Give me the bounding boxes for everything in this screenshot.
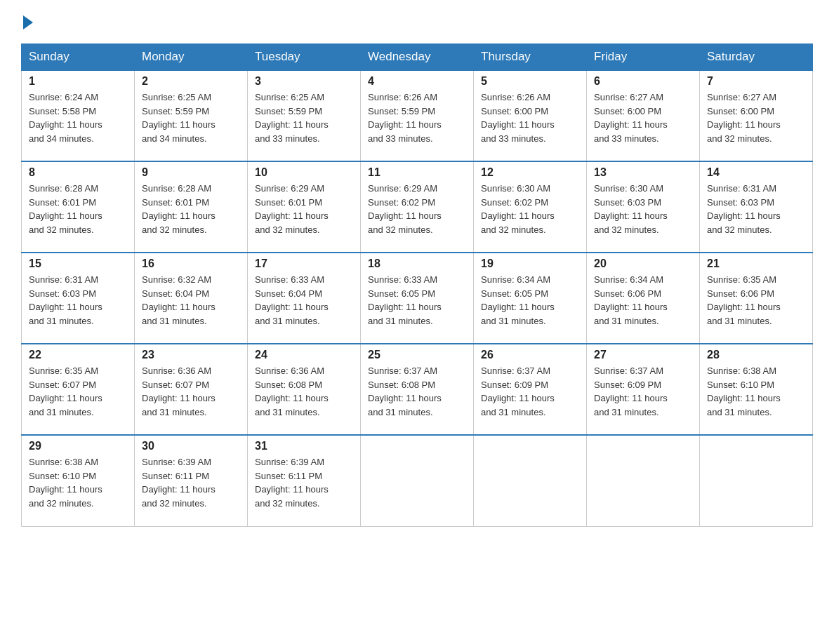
day-number: 30 [142, 440, 240, 452]
week-row-2: 8 Sunrise: 6:28 AM Sunset: 6:01 PM Dayli… [22, 161, 813, 253]
calendar-cell: 5 Sunrise: 6:26 AM Sunset: 6:00 PM Dayli… [474, 70, 587, 161]
calendar-cell: 19 Sunrise: 6:34 AM Sunset: 6:05 PM Dayl… [474, 253, 587, 344]
day-info: Sunrise: 6:35 AM Sunset: 6:07 PM Dayligh… [29, 364, 127, 419]
calendar-cell: 30 Sunrise: 6:39 AM Sunset: 6:11 PM Dayl… [135, 435, 248, 526]
day-info: Sunrise: 6:25 AM Sunset: 5:59 PM Dayligh… [142, 90, 240, 145]
day-info: Sunrise: 6:39 AM Sunset: 6:11 PM Dayligh… [255, 455, 353, 510]
day-number: 20 [594, 257, 692, 270]
day-info: Sunrise: 6:31 AM Sunset: 6:03 PM Dayligh… [707, 182, 805, 236]
calendar-cell: 3 Sunrise: 6:25 AM Sunset: 5:59 PM Dayli… [248, 70, 361, 161]
day-info: Sunrise: 6:32 AM Sunset: 6:04 PM Dayligh… [142, 273, 240, 328]
calendar-cell: 4 Sunrise: 6:26 AM Sunset: 5:59 PM Dayli… [361, 70, 474, 161]
day-number: 22 [29, 349, 127, 361]
calendar-cell: 14 Sunrise: 6:31 AM Sunset: 6:03 PM Dayl… [700, 161, 813, 253]
calendar-cell: 7 Sunrise: 6:27 AM Sunset: 6:00 PM Dayli… [700, 70, 813, 161]
day-number: 8 [29, 166, 127, 179]
week-row-5: 29 Sunrise: 6:38 AM Sunset: 6:10 PM Dayl… [22, 435, 813, 526]
calendar-cell: 17 Sunrise: 6:33 AM Sunset: 6:04 PM Dayl… [248, 253, 361, 344]
calendar-cell: 24 Sunrise: 6:36 AM Sunset: 6:08 PM Dayl… [248, 344, 361, 435]
header-saturday: Saturday [700, 44, 813, 71]
day-number: 14 [707, 166, 805, 179]
day-number: 27 [594, 349, 692, 361]
calendar-table: SundayMondayTuesdayWednesdayThursdayFrid… [21, 43, 813, 527]
week-row-1: 1 Sunrise: 6:24 AM Sunset: 5:58 PM Dayli… [22, 70, 813, 161]
day-info: Sunrise: 6:27 AM Sunset: 6:00 PM Dayligh… [594, 90, 692, 145]
calendar-cell [474, 435, 587, 526]
day-info: Sunrise: 6:30 AM Sunset: 6:03 PM Dayligh… [594, 182, 692, 236]
day-number: 4 [368, 75, 466, 88]
day-number: 11 [368, 166, 466, 179]
header-sunday: Sunday [22, 44, 135, 71]
day-info: Sunrise: 6:36 AM Sunset: 6:07 PM Dayligh… [142, 364, 240, 419]
page-header [21, 14, 813, 31]
calendar-cell: 22 Sunrise: 6:35 AM Sunset: 6:07 PM Dayl… [22, 344, 135, 435]
day-info: Sunrise: 6:37 AM Sunset: 6:09 PM Dayligh… [481, 364, 579, 419]
day-number: 24 [255, 349, 353, 361]
calendar-cell: 6 Sunrise: 6:27 AM Sunset: 6:00 PM Dayli… [587, 70, 700, 161]
day-number: 19 [481, 257, 579, 270]
day-info: Sunrise: 6:34 AM Sunset: 6:06 PM Dayligh… [594, 273, 692, 328]
day-number: 16 [142, 257, 240, 270]
day-number: 15 [29, 257, 127, 270]
calendar-cell: 23 Sunrise: 6:36 AM Sunset: 6:07 PM Dayl… [135, 344, 248, 435]
day-number: 3 [255, 75, 353, 88]
header-monday: Monday [135, 44, 248, 71]
header-friday: Friday [587, 44, 700, 71]
day-info: Sunrise: 6:29 AM Sunset: 6:02 PM Dayligh… [368, 182, 466, 236]
day-number: 10 [255, 166, 353, 179]
header-row: SundayMondayTuesdayWednesdayThursdayFrid… [22, 44, 813, 71]
day-info: Sunrise: 6:27 AM Sunset: 6:00 PM Dayligh… [707, 90, 805, 145]
day-number: 7 [707, 75, 805, 88]
calendar-cell: 12 Sunrise: 6:30 AM Sunset: 6:02 PM Dayl… [474, 161, 587, 253]
day-info: Sunrise: 6:39 AM Sunset: 6:11 PM Dayligh… [142, 455, 240, 510]
calendar-cell: 25 Sunrise: 6:37 AM Sunset: 6:08 PM Dayl… [361, 344, 474, 435]
calendar-cell: 15 Sunrise: 6:31 AM Sunset: 6:03 PM Dayl… [22, 253, 135, 344]
calendar-cell [587, 435, 700, 526]
day-number: 23 [142, 349, 240, 361]
calendar-cell: 9 Sunrise: 6:28 AM Sunset: 6:01 PM Dayli… [135, 161, 248, 253]
calendar-cell: 2 Sunrise: 6:25 AM Sunset: 5:59 PM Dayli… [135, 70, 248, 161]
day-info: Sunrise: 6:26 AM Sunset: 5:59 PM Dayligh… [368, 90, 466, 145]
day-info: Sunrise: 6:38 AM Sunset: 6:10 PM Dayligh… [707, 364, 805, 419]
day-number: 9 [142, 166, 240, 179]
day-number: 26 [481, 349, 579, 361]
calendar-cell: 8 Sunrise: 6:28 AM Sunset: 6:01 PM Dayli… [22, 161, 135, 253]
day-number: 17 [255, 257, 353, 270]
calendar-cell: 27 Sunrise: 6:37 AM Sunset: 6:09 PM Dayl… [587, 344, 700, 435]
day-info: Sunrise: 6:33 AM Sunset: 6:04 PM Dayligh… [255, 273, 353, 328]
day-info: Sunrise: 6:24 AM Sunset: 5:58 PM Dayligh… [29, 90, 127, 145]
day-info: Sunrise: 6:33 AM Sunset: 6:05 PM Dayligh… [368, 273, 466, 328]
week-row-4: 22 Sunrise: 6:35 AM Sunset: 6:07 PM Dayl… [22, 344, 813, 435]
calendar-cell: 26 Sunrise: 6:37 AM Sunset: 6:09 PM Dayl… [474, 344, 587, 435]
day-number: 28 [707, 349, 805, 361]
header-thursday: Thursday [474, 44, 587, 71]
day-number: 12 [481, 166, 579, 179]
calendar-cell: 13 Sunrise: 6:30 AM Sunset: 6:03 PM Dayl… [587, 161, 700, 253]
day-number: 31 [255, 440, 353, 452]
day-number: 1 [29, 75, 127, 88]
calendar-cell: 20 Sunrise: 6:34 AM Sunset: 6:06 PM Dayl… [587, 253, 700, 344]
day-info: Sunrise: 6:28 AM Sunset: 6:01 PM Dayligh… [29, 182, 127, 236]
day-info: Sunrise: 6:29 AM Sunset: 6:01 PM Dayligh… [255, 182, 353, 236]
day-info: Sunrise: 6:34 AM Sunset: 6:05 PM Dayligh… [481, 273, 579, 328]
week-row-3: 15 Sunrise: 6:31 AM Sunset: 6:03 PM Dayl… [22, 253, 813, 344]
day-number: 13 [594, 166, 692, 179]
calendar-cell: 16 Sunrise: 6:32 AM Sunset: 6:04 PM Dayl… [135, 253, 248, 344]
day-info: Sunrise: 6:30 AM Sunset: 6:02 PM Dayligh… [481, 182, 579, 236]
calendar-cell: 31 Sunrise: 6:39 AM Sunset: 6:11 PM Dayl… [248, 435, 361, 526]
day-number: 25 [368, 349, 466, 361]
calendar-body: 1 Sunrise: 6:24 AM Sunset: 5:58 PM Dayli… [22, 70, 813, 526]
day-info: Sunrise: 6:25 AM Sunset: 5:59 PM Dayligh… [255, 90, 353, 145]
day-number: 2 [142, 75, 240, 88]
calendar-cell [700, 435, 813, 526]
calendar-cell [361, 435, 474, 526]
day-number: 21 [707, 257, 805, 270]
calendar-cell: 10 Sunrise: 6:29 AM Sunset: 6:01 PM Dayl… [248, 161, 361, 253]
day-info: Sunrise: 6:36 AM Sunset: 6:08 PM Dayligh… [255, 364, 353, 419]
day-info: Sunrise: 6:35 AM Sunset: 6:06 PM Dayligh… [707, 273, 805, 328]
calendar-cell: 29 Sunrise: 6:38 AM Sunset: 6:10 PM Dayl… [22, 435, 135, 526]
day-info: Sunrise: 6:31 AM Sunset: 6:03 PM Dayligh… [29, 273, 127, 328]
day-info: Sunrise: 6:37 AM Sunset: 6:09 PM Dayligh… [594, 364, 692, 419]
header-tuesday: Tuesday [248, 44, 361, 71]
calendar-cell: 11 Sunrise: 6:29 AM Sunset: 6:02 PM Dayl… [361, 161, 474, 253]
